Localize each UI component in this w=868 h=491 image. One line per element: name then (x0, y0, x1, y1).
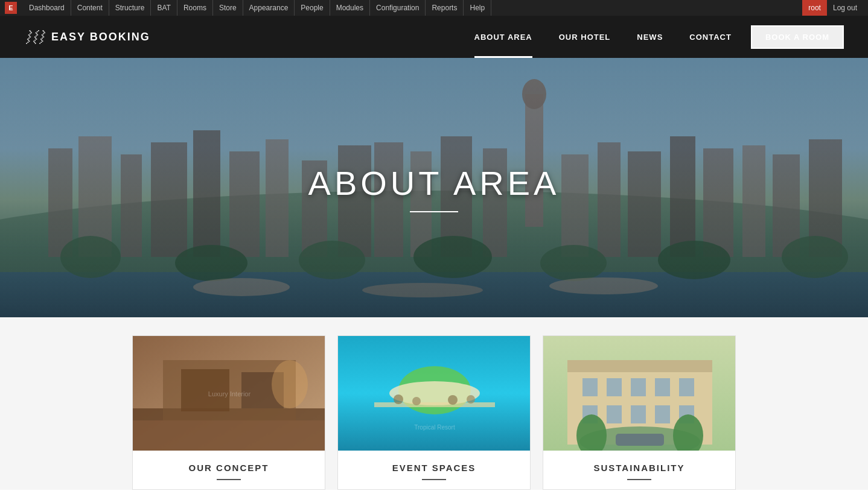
svg-point-50 (412, 397, 421, 405)
admin-item-bat[interactable]: BAT (151, 0, 177, 16)
card-title-3: SUSTAINABILITY (552, 463, 726, 473)
admin-logout[interactable]: Log out (827, 0, 863, 16)
svg-rect-64 (607, 405, 622, 423)
hero-underline (410, 211, 458, 212)
admin-item-appearance[interactable]: Appearance (243, 0, 295, 16)
admin-item-store[interactable]: Store (213, 0, 243, 16)
svg-point-42 (272, 360, 308, 408)
logo-icon: ⧘⧙⧘ (24, 27, 44, 47)
admin-item-reports[interactable]: Reports (426, 0, 464, 16)
hero-title: ABOUT AREA (308, 163, 560, 203)
admin-logo: E (5, 2, 17, 14)
svg-rect-62 (679, 378, 694, 396)
card-2[interactable]: Tropical Resort EVENT SPACES (337, 335, 531, 490)
svg-rect-66 (655, 405, 670, 423)
svg-rect-65 (631, 405, 646, 423)
card-image-1: Luxury Interior (133, 336, 325, 451)
nav-about-area[interactable]: ABOUT AREA (461, 16, 546, 58)
card-divider-3 (627, 479, 651, 480)
svg-text:Tropical Resort: Tropical Resort (414, 424, 455, 431)
admin-bar: E DashboardContentStructureBATRoomsStore… (0, 0, 868, 16)
svg-rect-43 (133, 420, 325, 451)
admin-item-content[interactable]: Content (71, 0, 109, 16)
svg-point-49 (394, 394, 403, 404)
book-room-button[interactable]: BOOK A ROOM (751, 25, 844, 49)
admin-item-rooms[interactable]: Rooms (177, 0, 213, 16)
card-1[interactable]: Luxury Interior OUR CONCEPT (132, 335, 325, 490)
admin-item-help[interactable]: Help (464, 0, 491, 16)
svg-rect-48 (374, 402, 495, 407)
cards-section: Luxury Interior OUR CONCEPT (0, 317, 868, 490)
svg-rect-57 (567, 360, 712, 372)
card-3[interactable]: SUSTAINABILITY (543, 335, 736, 490)
svg-rect-71 (616, 434, 664, 446)
logo[interactable]: ⧘⧙⧘ EASY BOOKING (24, 27, 150, 47)
nav-news[interactable]: NEWS (624, 16, 676, 58)
admin-right: root Log out (802, 0, 863, 16)
card-title-1: OUR CONCEPT (142, 463, 316, 473)
admin-item-configuration[interactable]: Configuration (370, 0, 426, 16)
admin-nav: DashboardContentStructureBATRoomsStoreAp… (23, 0, 802, 16)
svg-point-52 (467, 395, 475, 404)
logo-text: EASY BOOKING (51, 31, 150, 43)
site-header: ⧘⧙⧘ EASY BOOKING ABOUT AREAOUR HOTELNEWS… (0, 16, 868, 58)
cards-container: Luxury Interior OUR CONCEPT (72, 335, 796, 490)
svg-text:Luxury Interior: Luxury Interior (208, 390, 251, 398)
card-image-2: Tropical Resort (338, 336, 530, 451)
svg-rect-58 (582, 378, 598, 396)
admin-item-dashboard[interactable]: Dashboard (23, 0, 71, 16)
svg-rect-61 (655, 378, 670, 396)
svg-point-51 (448, 395, 458, 405)
card-divider-1 (217, 479, 241, 480)
card-image-3 (543, 336, 735, 451)
main-nav: ABOUT AREAOUR HOTELNEWSCONTACTBOOK A ROO… (461, 16, 844, 58)
card-divider-2 (422, 479, 446, 480)
admin-user: root (802, 0, 827, 16)
hero-section: ABOUT AREA (0, 58, 868, 317)
svg-rect-60 (631, 378, 646, 396)
nav-our-hotel[interactable]: OUR HOTEL (546, 16, 624, 58)
svg-point-47 (389, 381, 480, 405)
admin-item-people[interactable]: People (295, 0, 330, 16)
hero-content: ABOUT AREA (0, 58, 868, 317)
svg-rect-59 (607, 378, 622, 396)
admin-item-modules[interactable]: Modules (330, 0, 370, 16)
nav-contact[interactable]: CONTACT (676, 16, 745, 58)
admin-item-structure[interactable]: Structure (109, 0, 152, 16)
card-title-2: EVENT SPACES (347, 463, 521, 473)
